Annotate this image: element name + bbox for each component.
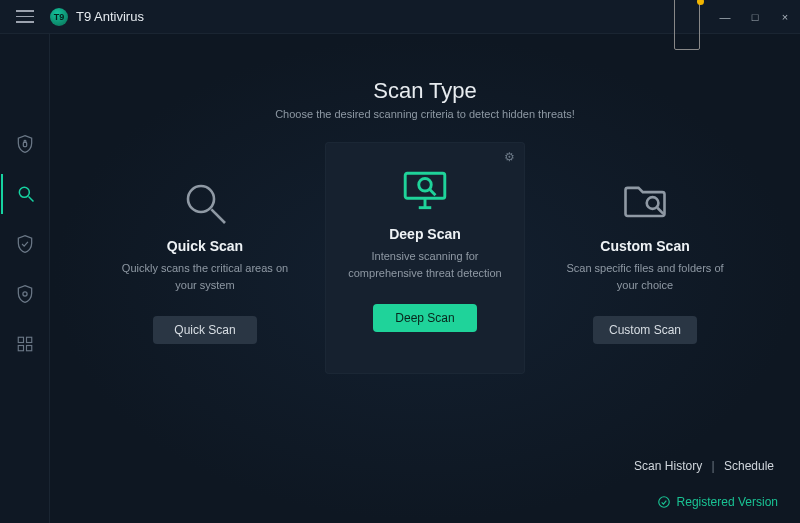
schedule-link[interactable]: Schedule — [724, 459, 774, 473]
svg-point-17 — [658, 497, 669, 508]
sidebar — [0, 34, 50, 523]
lock-icon — [15, 134, 35, 154]
deep-scan-title: Deep Scan — [389, 226, 461, 242]
main-content: Scan Type Choose the desired scanning cr… — [50, 34, 800, 523]
registered-status: Registered Version — [657, 495, 778, 509]
folder-search-icon — [619, 176, 671, 230]
credits-icon[interactable] — [672, 0, 702, 34]
separator: | — [711, 459, 714, 473]
deep-scan-card: ⚙ Deep Scan Intensive scanning for compr… — [325, 142, 525, 374]
svg-point-15 — [647, 197, 659, 209]
quick-scan-desc: Quickly scans the critical areas on your… — [117, 260, 293, 294]
minimize-button[interactable]: — — [710, 0, 740, 34]
magnifier-icon — [181, 176, 229, 230]
quick-scan-card: Quick Scan Quickly scans the critical ar… — [105, 142, 305, 374]
search-icon — [16, 184, 36, 204]
registered-label: Registered Version — [677, 495, 778, 509]
app-title: T9 Antivirus — [76, 9, 144, 24]
sidebar-item-lock[interactable] — [0, 124, 50, 164]
quick-scan-button[interactable]: Quick Scan — [153, 316, 257, 344]
footer-links: Scan History | Schedule — [634, 459, 774, 473]
deep-scan-desc: Intensive scanning for comprehensive thr… — [337, 248, 513, 282]
custom-scan-button[interactable]: Custom Scan — [593, 316, 697, 344]
maximize-button[interactable]: □ — [740, 0, 770, 34]
app-logo: T9 — [50, 8, 68, 26]
sidebar-item-realtime[interactable] — [0, 274, 50, 314]
svg-line-14 — [430, 190, 436, 196]
monitor-scan-icon — [400, 164, 450, 218]
custom-scan-desc: Scan specific files and folders of your … — [557, 260, 733, 294]
svg-rect-4 — [18, 337, 23, 342]
custom-scan-card: Custom Scan Scan specific files and fold… — [545, 142, 745, 374]
sidebar-item-protect[interactable] — [0, 224, 50, 264]
svg-line-2 — [28, 197, 33, 202]
check-circle-icon — [657, 495, 671, 509]
svg-point-3 — [22, 292, 26, 296]
svg-point-13 — [419, 179, 432, 192]
custom-scan-title: Custom Scan — [600, 238, 689, 254]
scan-history-link[interactable]: Scan History — [634, 459, 702, 473]
close-button[interactable]: × — [770, 0, 800, 34]
quick-scan-title: Quick Scan — [167, 238, 243, 254]
svg-rect-6 — [18, 346, 23, 351]
svg-line-9 — [211, 209, 225, 223]
shield-check-icon — [15, 234, 35, 254]
gear-icon[interactable]: ⚙ — [504, 150, 515, 164]
svg-point-8 — [188, 186, 214, 212]
svg-point-1 — [19, 187, 29, 197]
title-bar: T9 T9 Antivirus — □ × — [0, 0, 800, 34]
svg-rect-0 — [23, 142, 26, 146]
grid-icon — [16, 335, 34, 353]
svg-rect-5 — [26, 337, 31, 342]
sidebar-item-scan[interactable] — [1, 174, 49, 214]
svg-line-16 — [657, 208, 663, 214]
svg-rect-7 — [26, 346, 31, 351]
menu-button[interactable] — [0, 0, 50, 34]
scan-cards-row: Quick Scan Quickly scans the critical ar… — [50, 142, 800, 374]
deep-scan-button[interactable]: Deep Scan — [373, 304, 477, 332]
page-title: Scan Type — [373, 78, 477, 104]
page-subtitle: Choose the desired scanning criteria to … — [275, 108, 575, 120]
sidebar-item-apps[interactable] — [0, 324, 50, 364]
shield-gear-icon — [15, 284, 35, 304]
